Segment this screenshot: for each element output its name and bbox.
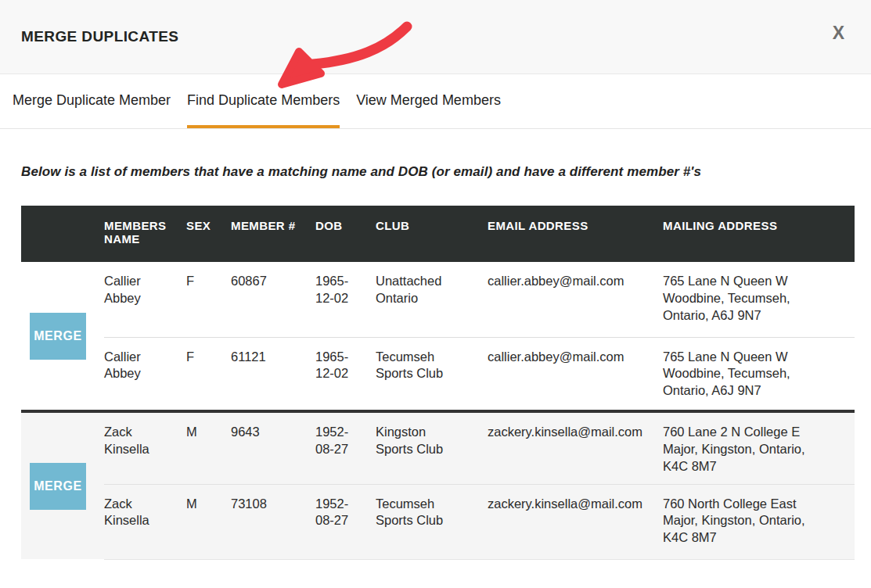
column-header-merge — [21, 206, 104, 262]
cell-mailing-address: 765 Lane N Queen W Woodbine, Tecumseh, O… — [663, 337, 855, 411]
close-button[interactable]: X — [833, 24, 844, 42]
merge-cell: MERGE — [21, 411, 104, 559]
cell-name: Zack Kinsella — [104, 484, 186, 559]
column-header-dob: DOB — [315, 206, 376, 262]
table-row: MERGE Zack Kinsella M 9643 1952-08-27 Ki… — [21, 411, 855, 484]
tab-view-merged-members[interactable]: View Merged Members — [356, 74, 501, 128]
cell-sex: M — [186, 484, 231, 559]
cell-name: Zack Kinsella — [104, 411, 186, 484]
duplicate-group-1: MERGE Callier Abbey F 60867 1965-12-02 U… — [21, 262, 855, 411]
table-row: Zack Kinsella M 73108 1952-08-27 Tecumse… — [21, 484, 855, 559]
cell-email: zackery.kinsella@mail.com — [488, 484, 663, 559]
cell-sex: F — [186, 337, 231, 411]
column-header-members-name: MEMBERS NAME — [104, 206, 186, 262]
merge-button-group-1[interactable]: MERGE — [30, 313, 86, 360]
tab-merge-duplicate-member[interactable]: Merge Duplicate Member — [13, 74, 171, 128]
cell-email: zackery.kinsella@mail.com — [488, 411, 663, 484]
cell-dob: 1952-08-27 — [315, 411, 376, 484]
cell-name: Callier Abbey — [104, 262, 186, 337]
cell-email: callier.abbey@mail.com — [488, 337, 663, 411]
cell-mailing-address: 765 Lane N Queen W Woodbine, Tecumseh, O… — [663, 262, 855, 337]
cell-club: Tecumseh Sports Club — [376, 484, 488, 559]
cell-dob: 1965-12-02 — [315, 262, 376, 337]
table-header-row: MEMBERS NAME SEX MEMBER # DOB CLUB EMAIL… — [21, 206, 855, 262]
cell-sex: F — [186, 262, 231, 337]
duplicate-group-2: MERGE Zack Kinsella M 9643 1952-08-27 Ki… — [21, 411, 855, 559]
cell-dob: 1965-12-02 — [315, 337, 376, 411]
cell-name: Callier Abbey — [104, 337, 186, 411]
table-description: Below is a list of members that have a m… — [21, 164, 850, 180]
merge-button-group-2[interactable]: MERGE — [30, 463, 86, 510]
cell-mailing-address: 760 Lane 2 N College E Major, Kingston, … — [663, 411, 855, 484]
cell-club: Kingston Sports Club — [376, 411, 488, 484]
cell-member-number: 9643 — [231, 411, 315, 484]
table-row: Callier Abbey F 61121 1965-12-02 Tecumse… — [21, 337, 855, 411]
merge-duplicates-dialog: MERGE DUPLICATES X Merge Duplicate Membe… — [0, 0, 871, 588]
page-title: MERGE DUPLICATES — [21, 28, 178, 45]
tab-find-duplicate-members[interactable]: Find Duplicate Members — [187, 74, 340, 128]
merge-cell: MERGE — [21, 262, 104, 411]
cell-club: Tecumseh Sports Club — [376, 337, 488, 411]
cell-mailing-address: 760 North College East Major, Kingston, … — [663, 484, 855, 559]
column-header-club: CLUB — [376, 206, 488, 262]
tab-bar: Merge Duplicate Member Find Duplicate Me… — [0, 74, 871, 129]
dialog-header: MERGE DUPLICATES X — [0, 0, 871, 74]
column-header-member-number: MEMBER # — [231, 206, 315, 262]
cell-sex: M — [186, 411, 231, 484]
cell-dob: 1952-08-27 — [315, 484, 376, 559]
column-header-mailing: MAILING ADDRESS — [663, 206, 855, 262]
column-header-sex: SEX — [186, 206, 231, 262]
cell-member-number: 60867 — [231, 262, 315, 337]
duplicate-members-table: MEMBERS NAME SEX MEMBER # DOB CLUB EMAIL… — [21, 206, 855, 560]
cell-club: Unattached Ontario — [376, 262, 488, 337]
table-row: MERGE Callier Abbey F 60867 1965-12-02 U… — [21, 262, 855, 337]
cell-member-number: 61121 — [231, 337, 315, 411]
column-header-email: EMAIL ADDRESS — [488, 206, 663, 262]
cell-email: callier.abbey@mail.com — [488, 262, 663, 337]
cell-member-number: 73108 — [231, 484, 315, 559]
